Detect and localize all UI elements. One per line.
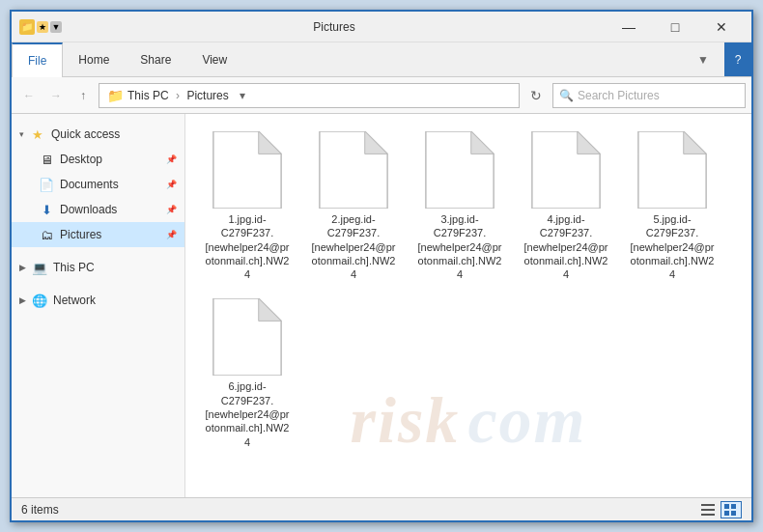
breadcrumb-thispc[interactable]: This PC <box>127 89 169 102</box>
window-controls: — □ ✕ <box>607 14 744 41</box>
list-view-button[interactable] <box>697 501 719 518</box>
sidebar-quick-access-label: Quick access <box>51 127 120 141</box>
breadcrumb-pictures[interactable]: Pictures <box>186 89 228 102</box>
file-item[interactable]: 1.jpg.id-C279F237.[newhelper24@protonmai… <box>199 127 296 285</box>
close-button[interactable]: ✕ <box>699 14 744 41</box>
file-area: risk com 1.jpg.id-C279F237.[newhelper24@… <box>185 114 751 497</box>
pin-icon-pictures: 📌 <box>166 230 177 239</box>
svg-marker-4 <box>426 131 494 209</box>
tab-view[interactable]: View <box>186 42 242 76</box>
sidebar-item-desktop[interactable]: 🖥 Desktop 📌 <box>12 147 184 172</box>
breadcrumb-sep1: › <box>176 89 180 102</box>
forward-button[interactable]: → <box>44 84 68 107</box>
up-button[interactable]: ↑ <box>71 84 95 107</box>
svg-marker-1 <box>259 131 281 154</box>
tab-share[interactable]: Share <box>125 42 186 76</box>
sidebar-section-thispc: ▶ 💻 This PC <box>12 251 184 284</box>
quick-access-star-icon: ★ <box>30 126 45 142</box>
file-icon-1 <box>212 131 282 209</box>
help-button[interactable]: ? <box>724 42 751 76</box>
sidebar-item-pictures[interactable]: 🗂 Pictures 📌 <box>12 222 184 247</box>
svg-rect-14 <box>701 514 715 516</box>
window-title: Pictures <box>62 20 607 34</box>
svg-marker-8 <box>638 131 706 209</box>
file-label-4: 4.jpg.id-C279F237.[newhelper24@protonmai… <box>522 212 610 281</box>
file-label-2: 2.jpeg.id-C279F237.[newhelper24@protonma… <box>309 212 398 281</box>
svg-marker-3 <box>365 131 387 154</box>
address-bar-row: ← → ↑ 📁 This PC › Pictures ▾ ↻ 🔍 Search … <box>12 77 751 114</box>
chevron-right-icon: ▶ <box>19 263 26 272</box>
status-item-count: 6 items <box>21 503 59 517</box>
file-icon-5 <box>637 131 707 209</box>
search-box[interactable]: 🔍 Search Pictures <box>552 83 746 108</box>
svg-rect-12 <box>701 504 715 506</box>
title-bar: 📁 ★ ▼ Pictures — □ ✕ <box>12 12 751 42</box>
sidebar-item-documents[interactable]: 📄 Documents 📌 <box>12 172 184 197</box>
back-button[interactable]: ← <box>17 84 41 107</box>
explorer-window: 📁 ★ ▼ Pictures — □ ✕ File Home Share Vie… <box>10 10 753 522</box>
file-label-6: 6.jpg.id-C279F237.[newhelper24@protonmai… <box>203 379 292 448</box>
sidebar-section-network: ▶ 🌐 Network <box>12 284 184 317</box>
main-area: ▾ ★ Quick access 🖥 Desktop 📌 📄 Documents… <box>12 114 751 497</box>
sidebar-section-quick-access: ▾ ★ Quick access 🖥 Desktop 📌 📄 Documents… <box>12 118 184 251</box>
sidebar: ▾ ★ Quick access 🖥 Desktop 📌 📄 Documents… <box>12 114 185 497</box>
file-grid: 1.jpg.id-C279F237.[newhelper24@protonmai… <box>195 124 742 457</box>
breadcrumb: This PC › Pictures <box>127 89 229 102</box>
svg-marker-11 <box>259 298 281 321</box>
ribbon-collapse-button[interactable]: ▼ <box>682 42 724 76</box>
maximize-button[interactable]: □ <box>653 14 697 41</box>
sidebar-item-network[interactable]: ▶ 🌐 Network <box>12 288 184 313</box>
svg-rect-13 <box>701 509 715 511</box>
documents-icon: 📄 <box>39 177 54 192</box>
file-item[interactable]: 3.jpg.id-C279F237.[newhelper24@protonmai… <box>411 127 508 285</box>
search-icon: 🔍 <box>559 89 574 102</box>
chevron-down-icon: ▾ <box>19 129 24 139</box>
pin-icon-documents: 📌 <box>166 180 177 189</box>
view-icons <box>697 501 742 518</box>
pin-toolbar-icon: ▼ <box>50 21 62 33</box>
file-icon-4 <box>531 131 601 209</box>
pin-icon-downloads: 📌 <box>166 205 177 214</box>
tab-file[interactable]: File <box>12 42 63 77</box>
sidebar-quick-access-header[interactable]: ▾ ★ Quick access <box>12 122 184 147</box>
tab-home[interactable]: Home <box>63 42 125 76</box>
file-icon-3 <box>425 131 495 209</box>
address-dropdown[interactable]: ▾ <box>233 89 252 102</box>
address-box[interactable]: 📁 This PC › Pictures ▾ <box>99 83 520 108</box>
svg-marker-6 <box>532 131 600 209</box>
address-folder-icon: 📁 <box>107 88 124 103</box>
downloads-icon: ⬇ <box>39 202 54 217</box>
file-label-3: 3.jpg.id-C279F237.[newhelper24@protonmai… <box>415 212 504 281</box>
svg-rect-17 <box>724 511 729 516</box>
svg-marker-9 <box>684 131 706 154</box>
file-icon-6 <box>212 298 282 376</box>
pin-icon-desktop: 📌 <box>166 154 177 164</box>
desktop-icon: 🖥 <box>39 152 54 167</box>
file-item[interactable]: 5.jpg.id-C279F237.[newhelper24@protonmai… <box>624 127 721 285</box>
svg-marker-0 <box>213 131 281 209</box>
file-item[interactable]: 4.jpg.id-C279F237.[newhelper24@protonmai… <box>518 127 614 285</box>
svg-marker-7 <box>578 131 600 154</box>
file-label-5: 5.jpg.id-C279F237.[newhelper24@protonmai… <box>628 212 717 281</box>
svg-marker-2 <box>320 131 387 209</box>
title-bar-icons: 📁 ★ ▼ <box>19 19 62 35</box>
file-item[interactable]: 2.jpeg.id-C279F237.[newhelper24@protonma… <box>305 127 402 285</box>
file-icon-2 <box>319 131 388 209</box>
svg-rect-15 <box>724 504 729 509</box>
sidebar-item-downloads[interactable]: ⬇ Downloads 📌 <box>12 197 184 222</box>
file-item[interactable]: 6.jpg.id-C279F237.[newhelper24@protonmai… <box>199 294 296 452</box>
pictures-folder-icon: 🗂 <box>39 227 54 242</box>
network-icon: 🌐 <box>32 293 47 308</box>
quick-access-icon: ★ <box>37 21 48 33</box>
computer-icon: 💻 <box>32 260 47 275</box>
search-placeholder: Search Pictures <box>578 89 660 102</box>
minimize-button[interactable]: — <box>607 14 651 41</box>
svg-marker-10 <box>213 298 281 376</box>
large-icons-view-button[interactable] <box>721 501 742 518</box>
refresh-button[interactable]: ↻ <box>523 83 549 108</box>
status-bar: 6 items <box>12 497 751 520</box>
folder-icon: 📁 <box>19 19 35 35</box>
sidebar-item-thispc[interactable]: ▶ 💻 This PC <box>12 255 184 280</box>
svg-marker-5 <box>471 131 494 154</box>
file-label-1: 1.jpg.id-C279F237.[newhelper24@protonmai… <box>203 212 292 281</box>
